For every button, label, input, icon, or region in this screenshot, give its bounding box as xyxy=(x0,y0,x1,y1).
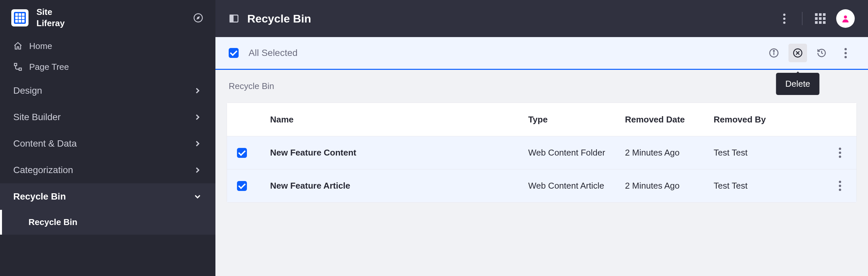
cell-removed-date: 2 Minutes Ago xyxy=(625,181,714,191)
sidebar-section-label: Site Builder xyxy=(13,112,61,123)
kebab-icon xyxy=(839,181,841,191)
svg-rect-2 xyxy=(14,64,17,66)
delete-icon xyxy=(793,48,803,58)
panel-toggle-icon[interactable] xyxy=(229,13,239,24)
column-type[interactable]: Type xyxy=(528,114,625,125)
breadcrumb: Recycle Bin xyxy=(215,70,868,103)
sidebar-section-label: Categorization xyxy=(13,165,73,175)
compass-icon xyxy=(193,13,203,23)
column-removed-date[interactable]: Removed Date xyxy=(625,114,714,125)
toolbar-kebab-button[interactable] xyxy=(836,44,855,62)
svg-marker-1 xyxy=(196,16,200,20)
row-kebab-button[interactable] xyxy=(833,146,846,160)
svg-rect-5 xyxy=(230,15,233,22)
sidebar-section-recycle-bin[interactable]: Recycle Bin xyxy=(0,183,215,210)
column-name[interactable]: Name xyxy=(270,114,528,125)
cell-name: New Feature Article xyxy=(270,181,528,191)
table-row[interactable]: New Feature Article Web Content Article … xyxy=(227,169,857,202)
cell-type: Web Content Article xyxy=(528,181,625,191)
cell-type: Web Content Folder xyxy=(528,148,625,158)
chevron-right-icon xyxy=(193,166,202,175)
sidebar-header: Site Liferay xyxy=(0,0,215,36)
svg-point-6 xyxy=(844,15,847,19)
chevron-right-icon xyxy=(193,112,202,122)
cell-removed-by: Test Test xyxy=(714,181,827,191)
topbar-kebab-button[interactable] xyxy=(777,12,791,25)
sidebar-item-page-tree[interactable]: Page Tree xyxy=(0,57,215,77)
delete-button[interactable]: Delete xyxy=(788,44,807,62)
sidebar: Site Liferay Home Page Tree Design Site … xyxy=(0,0,215,276)
topbar: Recycle Bin xyxy=(215,0,868,37)
chevron-down-icon xyxy=(193,192,202,201)
info-icon xyxy=(769,48,779,58)
sidebar-section-label: Content & Data xyxy=(13,138,76,149)
sidebar-item-label: Home xyxy=(29,41,52,51)
row-kebab-button[interactable] xyxy=(833,179,846,193)
sidebar-section-content-data[interactable]: Content & Data xyxy=(0,130,215,157)
chevron-right-icon xyxy=(193,86,202,95)
selection-toolbar: All Selected Delete xyxy=(215,37,868,70)
recycle-bin-table: Name Type Removed Date Removed By New Fe… xyxy=(227,103,857,203)
sidebar-section-categorization[interactable]: Categorization xyxy=(0,157,215,183)
svg-point-9 xyxy=(774,50,775,51)
select-all-label: All Selected xyxy=(249,48,755,58)
user-icon xyxy=(841,14,850,23)
site-logo[interactable] xyxy=(11,9,29,27)
kebab-icon xyxy=(844,48,847,58)
sidebar-section-design[interactable]: Design xyxy=(0,77,215,104)
table-row[interactable]: New Feature Content Web Content Folder 2… xyxy=(227,136,857,169)
row-checkbox[interactable] xyxy=(237,148,247,158)
cell-removed-by: Test Test xyxy=(714,148,827,158)
site-name: Liferay xyxy=(36,18,65,29)
sidebar-section-site-builder[interactable]: Site Builder xyxy=(0,104,215,130)
restore-button[interactable] xyxy=(812,44,831,62)
sidebar-item-label: Page Tree xyxy=(29,62,69,72)
svg-rect-3 xyxy=(19,68,22,70)
sidebar-section-label: Recycle Bin xyxy=(13,191,66,202)
history-icon xyxy=(817,48,827,58)
compass-button[interactable] xyxy=(192,12,204,24)
chevron-right-icon xyxy=(193,139,202,148)
kebab-icon xyxy=(839,148,841,158)
site-title-block: Site Liferay xyxy=(36,7,65,29)
sidebar-item-home[interactable]: Home xyxy=(0,36,215,57)
row-checkbox[interactable] xyxy=(237,181,247,191)
info-button[interactable] xyxy=(765,44,783,62)
sidebar-sub-recycle-bin[interactable]: Recycle Bin xyxy=(0,210,215,235)
cell-name: New Feature Content xyxy=(270,148,528,158)
column-removed-by[interactable]: Removed By xyxy=(714,114,827,125)
page-title: Recycle Bin xyxy=(247,12,311,25)
topbar-divider xyxy=(802,12,802,25)
select-all-checkbox[interactable] xyxy=(229,48,239,58)
cell-removed-date: 2 Minutes Ago xyxy=(625,148,714,158)
delete-tooltip: Delete xyxy=(776,73,819,95)
site-label: Site xyxy=(36,7,65,18)
home-icon xyxy=(13,41,23,50)
apps-grid-icon xyxy=(815,13,826,24)
main-area: Recycle Bin All Selected xyxy=(215,0,868,276)
page-tree-icon xyxy=(13,62,23,71)
kebab-icon xyxy=(783,13,785,24)
apps-grid-button[interactable] xyxy=(814,12,827,25)
sidebar-section-label: Design xyxy=(13,85,42,96)
sidebar-sub-label: Recycle Bin xyxy=(29,217,77,227)
table-header-row: Name Type Removed Date Removed By xyxy=(227,103,857,136)
user-avatar[interactable] xyxy=(836,9,855,28)
